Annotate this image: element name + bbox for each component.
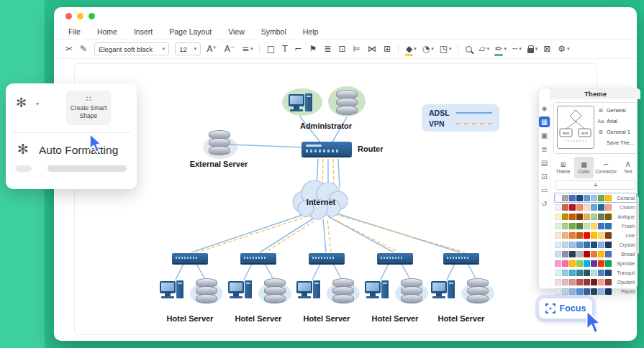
- switch-icon[interactable]: [443, 253, 479, 263]
- database-icon[interactable]: [196, 278, 217, 304]
- color-swatch[interactable]: [576, 260, 583, 267]
- export-icon[interactable]: ⊠: [543, 44, 552, 54]
- palette-row[interactable]: Antique: [555, 212, 636, 221]
- color-swatch[interactable]: [591, 288, 597, 295]
- theme-thumbnail[interactable]: text text: [557, 106, 594, 149]
- computer-icon[interactable]: [431, 280, 455, 301]
- color-swatch[interactable]: [562, 214, 568, 220]
- crop-icon[interactable]: ◳▾: [440, 44, 452, 54]
- cut-icon[interactable]: ✂: [65, 44, 74, 54]
- administrator-server-icon[interactable]: [336, 90, 358, 116]
- text-align-icon[interactable]: ≡▾: [242, 44, 253, 54]
- color-swatch[interactable]: [562, 279, 568, 285]
- color-swatch[interactable]: [605, 232, 612, 239]
- color-swatch[interactable]: [569, 270, 576, 276]
- database-icon[interactable]: [401, 278, 422, 304]
- color-swatch[interactable]: [576, 232, 583, 239]
- color-swatch[interactable]: [555, 288, 561, 295]
- layers-icon[interactable]: ≣: [324, 44, 332, 54]
- palette-row[interactable]: Opulent: [555, 278, 636, 286]
- toolbar-divider[interactable]: [458, 44, 460, 54]
- computer-icon[interactable]: [228, 280, 253, 301]
- computer-icon[interactable]: [365, 280, 389, 301]
- color-swatch[interactable]: [598, 279, 604, 285]
- color-swatch[interactable]: [569, 288, 576, 295]
- color-swatch[interactable]: [598, 260, 604, 267]
- close-window-button[interactable]: [65, 13, 72, 19]
- color-swatch[interactable]: [576, 270, 583, 276]
- color-swatch[interactable]: [562, 204, 568, 211]
- preview-row-arial[interactable]: Aa Arial: [597, 116, 634, 126]
- color-swatch[interactable]: [555, 260, 561, 267]
- color-swatch[interactable]: [584, 288, 590, 295]
- color-swatch[interactable]: [569, 279, 576, 285]
- color-swatch[interactable]: [584, 232, 590, 239]
- palette-row[interactable]: Live: [555, 231, 636, 239]
- toolbar-divider[interactable]: [398, 44, 400, 54]
- color-swatch[interactable]: [584, 195, 590, 201]
- color-swatch[interactable]: [605, 223, 612, 229]
- color-swatch[interactable]: [605, 270, 612, 276]
- switch-icon[interactable]: [240, 253, 276, 263]
- color-swatch[interactable]: [576, 279, 583, 285]
- palette-row[interactable]: General: [555, 193, 636, 202]
- color-swatch[interactable]: [562, 288, 568, 295]
- color-swatch[interactable]: [598, 232, 604, 239]
- color-swatch[interactable]: [591, 204, 597, 211]
- symbols-panel-icon[interactable]: ◈: [539, 103, 550, 114]
- tab-text[interactable]: A Text: [618, 157, 638, 178]
- color-swatch[interactable]: [591, 270, 597, 276]
- align-objects-icon[interactable]: ⊨: [353, 44, 361, 54]
- color-swatch[interactable]: [555, 223, 561, 229]
- text-tool-icon[interactable]: T: [282, 44, 289, 54]
- router-icon[interactable]: [301, 142, 352, 156]
- color-swatch[interactable]: [555, 270, 561, 276]
- panel-scrollbar[interactable]: [636, 196, 639, 254]
- toolbar-divider[interactable]: [259, 44, 261, 54]
- color-swatch[interactable]: [576, 288, 583, 295]
- palette-row[interactable]: Placid: [555, 287, 636, 296]
- decrease-font-icon[interactable]: A⁻: [225, 44, 237, 54]
- add-theme-button[interactable]: +: [555, 180, 636, 190]
- preview-row-general[interactable]: ⊞ General: [597, 106, 634, 115]
- color-swatch[interactable]: [605, 279, 612, 285]
- color-swatch[interactable]: [555, 195, 561, 201]
- database-icon[interactable]: [332, 278, 354, 304]
- select-area-icon[interactable]: ⊡: [338, 44, 347, 54]
- color-swatch[interactable]: [562, 232, 568, 239]
- minimize-window-button[interactable]: [77, 13, 83, 19]
- administrator-computer-icon[interactable]: [289, 93, 313, 114]
- color-swatch[interactable]: [598, 242, 604, 248]
- frame-icon[interactable]: ⊞: [384, 44, 392, 54]
- palette-row[interactable]: Crystal: [555, 240, 636, 249]
- color-swatch[interactable]: [555, 204, 561, 211]
- flag-tool-icon[interactable]: ⚑: [309, 44, 319, 54]
- color-swatch[interactable]: [562, 260, 568, 267]
- fill-color-icon[interactable]: ◆▾: [406, 44, 417, 54]
- database-icon[interactable]: [467, 278, 489, 304]
- color-swatch[interactable]: [598, 195, 604, 201]
- switch-icon[interactable]: [377, 253, 413, 263]
- color-swatch[interactable]: [576, 214, 583, 220]
- color-swatch[interactable]: [605, 242, 612, 248]
- color-swatch[interactable]: [605, 251, 612, 257]
- pages-panel-icon[interactable]: ▭: [539, 185, 550, 196]
- color-swatch[interactable]: [555, 232, 561, 239]
- color-swatch[interactable]: [576, 223, 583, 229]
- switch-icon[interactable]: [309, 253, 345, 263]
- color-swatch[interactable]: [569, 223, 576, 229]
- settings-icon[interactable]: ⚙▾: [558, 44, 569, 54]
- color-swatch[interactable]: [555, 242, 561, 248]
- color-swatch[interactable]: [591, 214, 597, 220]
- create-smart-shape-button[interactable]: ∷ Create Smart Shape: [66, 91, 111, 125]
- chevron-down-icon[interactable]: ▾: [36, 101, 39, 107]
- menu-item[interactable]: File: [68, 27, 81, 36]
- menu-item[interactable]: Help: [303, 27, 319, 36]
- color-swatch[interactable]: [576, 195, 583, 201]
- color-swatch[interactable]: [591, 223, 597, 229]
- theme-panel-icon[interactable]: ▦: [539, 116, 550, 127]
- color-swatch[interactable]: [584, 242, 590, 248]
- color-swatch[interactable]: [562, 223, 568, 229]
- database-icon[interactable]: [264, 278, 286, 304]
- color-swatch[interactable]: [569, 214, 576, 220]
